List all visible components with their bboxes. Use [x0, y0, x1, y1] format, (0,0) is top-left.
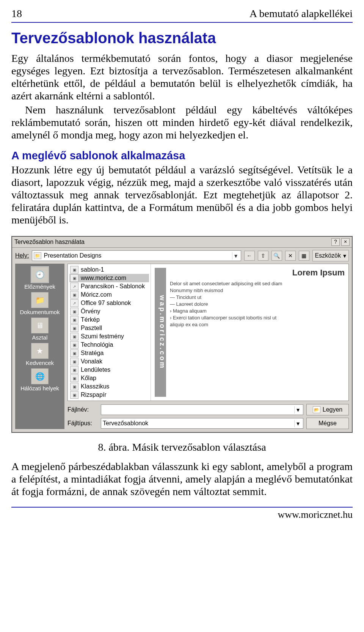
paragraph: A megjelenő párbeszédablakban válasszunk… [11, 460, 353, 498]
filetype-value: Tervezősablonok [103, 420, 148, 427]
file-list-item[interactable]: ↗Parancsikon - Sablonok [69, 282, 149, 291]
places-bar-item[interactable]: 📁Dokumentumok [15, 292, 64, 315]
close-button[interactable]: × [341, 238, 350, 246]
places-bar-item[interactable]: 🕘Előzmények [15, 267, 64, 290]
template-file-icon: ▣ [70, 349, 78, 357]
shortcut-icon: ↗ [70, 283, 78, 290]
paragraph: Hozzunk létre egy új bemutatót például a… [11, 164, 353, 226]
folder-icon: 📁 [34, 252, 41, 259]
file-list-item[interactable]: ▣www.moricz.com [69, 274, 149, 282]
places-bar-label: Asztal [15, 334, 64, 341]
file-name: Technológia [81, 341, 113, 348]
chevron-down-icon[interactable]: ▾ [294, 420, 301, 427]
dialog-toolbar: Hely: 📁 Presentation Designs ▾ ← ⇧ 🔍 ✕ ▦… [12, 248, 352, 264]
grid-icon: ▦ [301, 253, 306, 259]
file-list[interactable]: ▣sablon-1▣www.moricz.com↗Parancsikon - S… [68, 264, 151, 401]
up-one-level-button[interactable]: ⇧ [258, 251, 268, 261]
shortcut-icon: ↗ [70, 299, 78, 307]
chevron-down-icon: ▾ [343, 252, 346, 259]
page-number: 18 [11, 8, 22, 20]
file-name: Stratéga [81, 350, 104, 357]
filename-label: Fájlnév: [67, 406, 98, 413]
file-name: Kőlap [81, 375, 96, 382]
file-list-item[interactable]: ▣sablon-1 [69, 266, 149, 274]
template-file-icon: ▣ [70, 291, 78, 299]
template-file-icon: ▣ [70, 391, 78, 399]
figure-caption: 8. ábra. Másik tervezősablon választása [11, 441, 353, 453]
filename-input[interactable]: ▾ [101, 404, 303, 415]
file-name: Parancsikon - Sablonok [81, 283, 145, 290]
file-list-item[interactable]: ↗Office 97 sablonok [69, 299, 149, 307]
file-list-item[interactable]: ▣Térkép [69, 316, 149, 324]
file-list-item[interactable]: ▣Klasszikus [69, 382, 149, 391]
preview-side-strip: wap.moricz.com [155, 268, 166, 397]
file-list-area: ▣sablon-1▣www.moricz.com↗Parancsikon - S… [67, 264, 349, 401]
footer-rule [11, 507, 353, 508]
paragraph: Nem használunk tervezősablont például eg… [11, 104, 353, 141]
chevron-down-icon[interactable]: ▾ [294, 406, 301, 413]
preview-title: Lorem Ipsum [170, 268, 345, 278]
file-list-item[interactable]: ▣Pasztell [69, 324, 149, 332]
delete-button[interactable]: ✕ [285, 251, 296, 261]
file-list-item[interactable]: ▣Stratéga [69, 349, 149, 357]
help-button[interactable]: ? [331, 238, 340, 246]
preview-bullet: Nonummy nibh euismod [170, 288, 345, 293]
file-name: Szumi festmény [81, 333, 124, 340]
file-list-item[interactable]: ▣Vonalak [69, 357, 149, 366]
file-list-item[interactable]: ▣Technológia [69, 341, 149, 349]
file-name: Rizspapír [81, 391, 107, 398]
places-bar-icon: 🕘 [31, 267, 49, 283]
open-button-label: Legyen [323, 406, 343, 413]
heading-2: A meglévő sablonok alkalmazása [11, 149, 353, 162]
template-file-icon: ▣ [70, 274, 78, 282]
tools-label: Eszközök [315, 252, 341, 259]
filetype-label: Fájltípus: [67, 420, 98, 427]
file-name: Térkép [81, 316, 100, 323]
places-bar-item[interactable]: 🖥Asztal [15, 318, 64, 341]
places-bar-label: Kedvencek [15, 360, 64, 366]
places-bar-icon: 📁 [31, 292, 49, 308]
file-list-item[interactable]: ▣Móricz.com [69, 291, 149, 299]
file-name: Örvény [81, 308, 100, 315]
section-title: A bemutató alapkellékei [249, 8, 353, 20]
preview-bullet: aliquip ex ea com [170, 322, 345, 327]
template-file-icon: ▣ [70, 374, 78, 382]
file-name: Office 97 sablonok [81, 300, 131, 307]
preview-bullet: › Exerci tation ullamcorper suscipit lob… [170, 315, 345, 321]
file-list-item[interactable]: ▣Rizspapír [69, 391, 149, 399]
file-list-item[interactable]: ▣Kőlap [69, 374, 149, 382]
location-combo[interactable]: 📁 Presentation Designs ▾ [32, 250, 241, 261]
cancel-button-label: Mégse [318, 420, 337, 427]
file-name: www.moricz.com [81, 275, 126, 281]
file-name: Pasztell [81, 325, 102, 332]
back-button[interactable]: ← [244, 251, 255, 261]
views-button[interactable]: ▦ [299, 251, 309, 261]
file-name: Klasszikus [81, 383, 110, 390]
preview-bullet: Delor sit amet consectetuer adipiscing e… [170, 281, 345, 286]
dialog-title: Tervezősablon használata [14, 239, 330, 245]
template-file-icon: ▣ [70, 383, 78, 390]
places-bar-icon: 🖥 [31, 318, 49, 333]
template-preview: wap.moricz.com Lorem Ipsum Delor sit ame… [151, 264, 348, 401]
places-bar-item[interactable]: 🌐Hálózati helyek [15, 368, 64, 391]
file-list-item[interactable]: ▣Lendületes [69, 366, 149, 374]
file-list-item[interactable]: ▣Örvény [69, 307, 149, 316]
file-open-dialog: Tervezősablon használata ? × Hely: 📁 Pre… [11, 236, 353, 433]
location-value: Presentation Designs [44, 252, 101, 259]
template-file-icon: ▣ [70, 366, 78, 374]
open-folder-icon: 📂 [313, 406, 320, 413]
open-button[interactable]: 📂 Legyen [306, 404, 349, 415]
places-bar-item[interactable]: ★Kedvencek [15, 343, 64, 366]
template-file-icon: ▣ [70, 308, 78, 315]
location-label: Hely: [15, 252, 29, 259]
search-web-button[interactable]: 🔍 [271, 251, 282, 261]
chevron-down-icon[interactable]: ▾ [232, 252, 239, 259]
filetype-combo[interactable]: Tervezősablonok ▾ [101, 418, 303, 429]
cancel-button[interactable]: Mégse [306, 418, 349, 429]
preview-bullet: — Tincidunt ut [170, 294, 345, 300]
file-list-item[interactable]: ▣Szumi festmény [69, 332, 149, 341]
places-bar-label: Dokumentumok [15, 309, 64, 315]
tools-dropdown[interactable]: Eszközök ▾ [312, 250, 349, 261]
template-file-icon: ▣ [70, 324, 78, 332]
places-bar-label: Hálózati helyek [15, 385, 64, 391]
